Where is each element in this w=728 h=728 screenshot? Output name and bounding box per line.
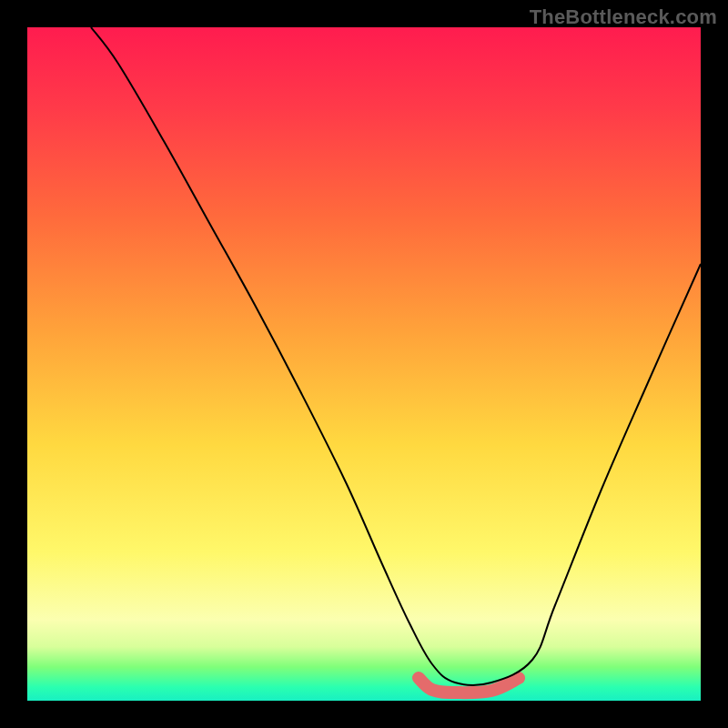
chart-frame: TheBottleneck.com (0, 0, 728, 728)
watermark-label: TheBottleneck.com (530, 5, 717, 29)
black-curve-path (91, 27, 701, 685)
gradient-plot-area (27, 27, 701, 701)
curve-svg (27, 27, 701, 701)
